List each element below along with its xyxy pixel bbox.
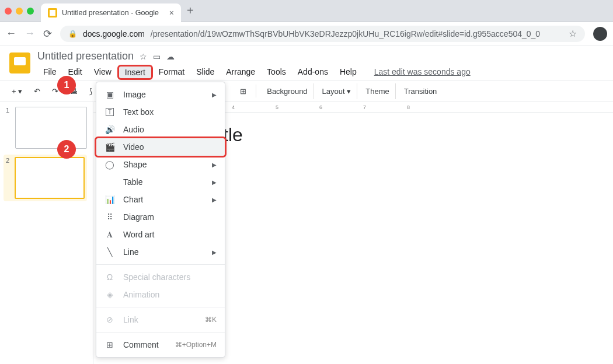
annotation-1: 1 bbox=[57, 76, 76, 94]
insert-table[interactable]: Table▶ bbox=[96, 173, 225, 191]
chevron-right-icon: ▶ bbox=[212, 197, 217, 203]
close-window-icon[interactable] bbox=[5, 8, 12, 15]
chart-icon: 📊 bbox=[105, 194, 115, 205]
url-path: /presentation/d/19wOzmwThSqrBVbUHbVK3eDR… bbox=[151, 29, 540, 38]
menu-bar: File Edit View Insert Format Slide Arran… bbox=[37, 65, 604, 80]
cloud-status-icon[interactable]: ☁ bbox=[166, 52, 175, 61]
layout-button[interactable]: Layout ▾ bbox=[316, 83, 358, 99]
special-chars-icon: Ω bbox=[105, 272, 115, 282]
main-area: 1 2 1 2 3 4 5 6 7 8 Click to add title C… bbox=[0, 102, 613, 364]
image-icon: ▣ bbox=[105, 89, 115, 100]
insert-textbox-button[interactable]: ⊞ bbox=[235, 85, 251, 98]
insert-audio[interactable]: 🔊Audio bbox=[96, 121, 225, 138]
audio-icon: 🔊 bbox=[105, 124, 115, 135]
insert-wordart[interactable]: 𝐀Word art bbox=[96, 226, 225, 243]
menu-addons[interactable]: Add-ons bbox=[292, 65, 334, 80]
menu-tools[interactable]: Tools bbox=[261, 65, 292, 80]
document-title[interactable]: Untitled presentation bbox=[37, 50, 134, 62]
slides-favicon-icon bbox=[48, 8, 57, 18]
profile-avatar[interactable] bbox=[593, 27, 607, 41]
insert-special-chars: ΩSpecial characters bbox=[96, 268, 225, 286]
menu-help[interactable]: Help bbox=[334, 65, 363, 80]
menu-format[interactable]: Format bbox=[153, 65, 190, 80]
animation-icon: ◈ bbox=[105, 289, 115, 300]
insert-video[interactable]: 🎬Video bbox=[95, 136, 227, 158]
wordart-icon: 𝐀 bbox=[105, 229, 115, 240]
theme-button[interactable]: Theme bbox=[360, 83, 395, 99]
shortcut-label: ⌘+Option+M bbox=[175, 341, 217, 349]
separator bbox=[96, 264, 225, 265]
menu-arrange[interactable]: Arrange bbox=[220, 65, 261, 80]
slides-logo-icon[interactable] bbox=[9, 52, 30, 74]
chevron-right-icon: ▶ bbox=[212, 162, 217, 168]
link-icon: ⊘ bbox=[105, 314, 115, 325]
menu-slide[interactable]: Slide bbox=[190, 65, 220, 80]
table-icon bbox=[105, 177, 115, 187]
star-icon[interactable]: ☆ bbox=[140, 52, 147, 61]
new-slide-button[interactable]: + ▾ bbox=[7, 85, 27, 98]
last-edit-link[interactable]: Last edit was seconds ago bbox=[368, 65, 476, 80]
thumb bbox=[15, 157, 85, 199]
background-button[interactable]: Background bbox=[261, 83, 314, 99]
thumb bbox=[15, 107, 87, 149]
separator bbox=[256, 85, 256, 97]
video-icon: 🎬 bbox=[105, 142, 115, 152]
thumb-number: 2 bbox=[6, 157, 11, 199]
back-button[interactable]: ← bbox=[6, 27, 16, 40]
toolbar: + ▾ ↶ ↷ 🖶 ⟆ ⊞ Background Layout ▾ Theme … bbox=[0, 80, 613, 102]
browser-tab[interactable]: Untitled presentation - Google × bbox=[41, 4, 181, 22]
separator bbox=[96, 307, 225, 307]
chevron-right-icon: ▶ bbox=[212, 249, 217, 256]
separator bbox=[96, 332, 225, 332]
move-icon[interactable]: ▭ bbox=[153, 52, 161, 61]
insert-shape[interactable]: ◯Shape▶ bbox=[96, 156, 225, 173]
bookmark-star-icon[interactable]: ☆ bbox=[569, 28, 577, 39]
diagram-icon: ⠿ bbox=[105, 212, 115, 222]
thumb-number: 1 bbox=[6, 107, 12, 149]
lock-icon: 🔒 bbox=[68, 30, 77, 38]
reload-button[interactable]: ⟳ bbox=[43, 27, 52, 40]
browser-address-bar: ← → ⟳ 🔒 docs.google.com/presentation/d/1… bbox=[0, 22, 613, 46]
annotation-2: 2 bbox=[57, 140, 76, 159]
tab-title: Untitled presentation - Google bbox=[62, 9, 159, 17]
insert-line[interactable]: ╲Line▶ bbox=[96, 243, 225, 261]
insert-comment[interactable]: ⊞Comment⌘+Option+M bbox=[96, 336, 225, 354]
menu-file[interactable]: File bbox=[37, 65, 62, 80]
insert-image[interactable]: ▣Image▶ bbox=[96, 86, 225, 103]
shortcut-label: ⌘K bbox=[205, 316, 217, 324]
forward-button: → bbox=[25, 27, 35, 40]
app-header: Untitled presentation ☆ ▭ ☁ File Edit Vi… bbox=[0, 46, 613, 80]
minimize-window-icon[interactable] bbox=[16, 8, 23, 15]
chevron-right-icon: ▶ bbox=[212, 179, 217, 186]
insert-diagram[interactable]: ⠿Diagram bbox=[96, 208, 225, 226]
chevron-right-icon: ▶ bbox=[212, 92, 217, 98]
window-controls bbox=[5, 8, 34, 15]
insert-chart[interactable]: 📊Chart▶ bbox=[96, 191, 225, 208]
new-tab-button[interactable]: + bbox=[187, 4, 194, 18]
close-tab-icon[interactable]: × bbox=[169, 8, 174, 18]
line-icon: ╲ bbox=[105, 247, 115, 257]
slide-thumb-1[interactable]: 1 bbox=[6, 107, 87, 149]
insert-animation: ◈Animation bbox=[96, 286, 225, 303]
slide-thumb-2[interactable]: 2 bbox=[4, 155, 87, 201]
url-host: docs.google.com bbox=[83, 29, 145, 38]
shape-icon: ◯ bbox=[105, 159, 115, 170]
slide-panel: 1 2 bbox=[0, 102, 93, 364]
insert-textbox[interactable]: 🅃Text box bbox=[96, 103, 225, 121]
url-field[interactable]: 🔒 docs.google.com/presentation/d/19wOzmw… bbox=[60, 26, 585, 42]
undo-button[interactable]: ↶ bbox=[29, 85, 45, 98]
maximize-window-icon[interactable] bbox=[27, 8, 34, 15]
textbox-icon: 🅃 bbox=[105, 107, 115, 117]
menu-insert[interactable]: Insert bbox=[117, 65, 153, 80]
comment-icon: ⊞ bbox=[105, 340, 115, 350]
browser-tab-bar: Untitled presentation - Google × + bbox=[0, 0, 613, 22]
transition-button[interactable]: Transition bbox=[398, 83, 443, 99]
menu-view[interactable]: View bbox=[88, 65, 117, 80]
insert-link: ⊘Link⌘K bbox=[96, 311, 225, 328]
insert-menu-dropdown: ▣Image▶ 🅃Text box 🔊Audio 🎬Video ◯Shape▶ … bbox=[96, 82, 225, 358]
